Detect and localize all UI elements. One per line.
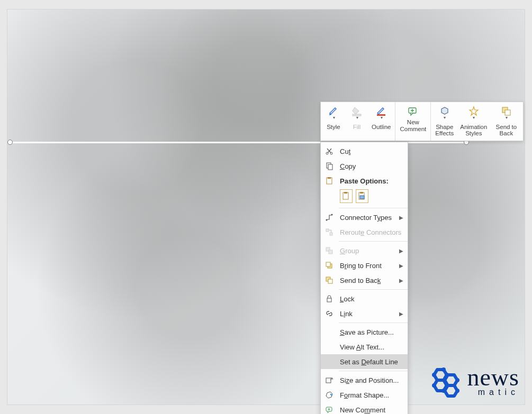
menu-link-label: Link bbox=[340, 310, 399, 318]
menu-save-as-picture[interactable]: Save as Picture... bbox=[321, 325, 408, 339]
group-icon bbox=[324, 245, 335, 256]
svg-rect-26 bbox=[327, 298, 331, 302]
paste-icon bbox=[324, 176, 335, 186]
send-to-back-toolbar-button[interactable]: ▾ Send to Back bbox=[490, 104, 522, 139]
format-shape-icon bbox=[324, 390, 335, 400]
shape-effects-button[interactable]: ▾ Shape Effects bbox=[432, 104, 457, 139]
paste-use-destination-theme[interactable] bbox=[340, 189, 353, 203]
menu-reroute-connectors: Reroute Connectors bbox=[321, 225, 408, 240]
cut-icon bbox=[324, 146, 335, 157]
chevron-right-icon: ▶ bbox=[399, 248, 403, 254]
svg-rect-8 bbox=[328, 164, 332, 170]
menu-link[interactable]: Link ▶ bbox=[321, 306, 408, 321]
chevron-right-icon: ▶ bbox=[399, 215, 403, 220]
menu-size-and-position-label: Size and Position... bbox=[340, 376, 403, 384]
send-to-back-toolbar-label: Send to Back bbox=[496, 124, 517, 137]
menu-bring-to-front-label: Bring to Front bbox=[340, 262, 399, 270]
mini-toolbar: ▾ Style ▾ Fill ▾ Outline New Comment bbox=[320, 102, 524, 141]
shape-effects-label: Shape Effects bbox=[435, 124, 454, 137]
svg-rect-27 bbox=[326, 378, 331, 383]
svg-rect-10 bbox=[328, 177, 331, 179]
menu-send-to-back-label: Send to Back bbox=[340, 277, 399, 284]
menu-bring-to-front[interactable]: Bring to Front ▶ bbox=[321, 258, 408, 273]
menu-view-alt-text[interactable]: View Alt Text... bbox=[321, 339, 408, 354]
new-comment-label: New Comment bbox=[400, 119, 426, 132]
menu-connector-types-label: Connector Types bbox=[340, 214, 399, 222]
new-comment-menu-icon bbox=[324, 404, 335, 414]
menu-connector-types[interactable]: Connector Types ▶ bbox=[321, 210, 408, 225]
chevron-right-icon: ▶ bbox=[399, 311, 403, 317]
bring-to-front-icon bbox=[324, 260, 335, 271]
menu-separator bbox=[339, 323, 408, 323]
reroute-connectors-icon bbox=[324, 227, 335, 237]
style-label: Style bbox=[327, 124, 340, 131]
svg-rect-15 bbox=[360, 196, 364, 199]
menu-send-to-back[interactable]: Send to Back ▶ bbox=[321, 273, 408, 288]
menu-set-as-default-line[interactable]: Set as Default Line bbox=[321, 354, 408, 369]
chevron-right-icon: ▶ bbox=[399, 263, 403, 269]
animation-styles-label: Animation Styles bbox=[460, 124, 487, 137]
svg-rect-4 bbox=[505, 110, 510, 115]
animation-styles-button[interactable]: ▾ Animation Styles bbox=[457, 104, 490, 139]
new-comment-button[interactable]: New Comment bbox=[396, 104, 429, 139]
menu-cut[interactable]: Cut bbox=[321, 144, 408, 159]
menu-set-as-default-line-label: Set as Default Line bbox=[340, 358, 403, 366]
outline-button[interactable]: ▾ Outline bbox=[368, 104, 394, 139]
menu-reroute-connectors-label: Reroute Connectors bbox=[340, 228, 403, 236]
menu-paste-options-label: Paste Options: bbox=[340, 177, 403, 185]
chevron-right-icon: ▶ bbox=[399, 278, 403, 283]
paste-options-row bbox=[321, 188, 408, 206]
outline-label: Outline bbox=[372, 124, 391, 131]
svg-rect-14 bbox=[360, 192, 363, 194]
menu-lock-label: Lock bbox=[340, 295, 403, 303]
menu-view-alt-text-label: View Alt Text... bbox=[340, 343, 403, 351]
context-menu: Cut Copy Paste Options: Connector Types … bbox=[320, 142, 408, 414]
connector-types-icon bbox=[324, 212, 335, 223]
menu-separator bbox=[339, 241, 408, 242]
menu-lock[interactable]: Lock bbox=[321, 291, 408, 306]
paste-picture[interactable] bbox=[356, 189, 368, 203]
send-to-back-menu-icon bbox=[324, 275, 335, 286]
svg-rect-21 bbox=[329, 250, 332, 254]
svg-rect-25 bbox=[328, 279, 332, 283]
slide-canvas[interactable] bbox=[7, 10, 525, 404]
menu-new-comment[interactable]: New Comment bbox=[321, 402, 408, 414]
menu-save-as-picture-label: Save as Picture... bbox=[340, 328, 403, 336]
svg-rect-19 bbox=[330, 233, 332, 235]
svg-rect-12 bbox=[344, 192, 347, 194]
copy-icon bbox=[324, 161, 335, 171]
menu-separator bbox=[339, 208, 408, 208]
size-position-icon bbox=[324, 375, 335, 385]
style-button[interactable]: ▾ Style bbox=[322, 104, 345, 139]
new-comment-icon bbox=[407, 105, 419, 117]
line-handle-left[interactable] bbox=[7, 140, 13, 145]
menu-group-label: Group bbox=[340, 247, 399, 255]
menu-copy[interactable]: Copy bbox=[321, 159, 408, 173]
menu-cut-label: Cut bbox=[340, 148, 403, 155]
menu-copy-label: Copy bbox=[340, 162, 403, 170]
menu-separator bbox=[339, 371, 408, 371]
menu-format-shape-label: Format Shape... bbox=[340, 391, 403, 399]
svg-rect-18 bbox=[326, 229, 329, 232]
menu-group: Group ▶ bbox=[321, 243, 408, 258]
fill-button[interactable]: ▾ Fill bbox=[345, 104, 368, 139]
menu-format-shape[interactable]: Format Shape... bbox=[321, 388, 408, 402]
fill-label: Fill bbox=[353, 124, 361, 131]
menu-paste-options-header: Paste Options: bbox=[321, 173, 408, 188]
menu-new-comment-label: New Comment bbox=[340, 406, 403, 414]
menu-separator bbox=[339, 289, 408, 290]
menu-size-and-position[interactable]: Size and Position... bbox=[321, 373, 408, 388]
link-icon bbox=[324, 308, 335, 319]
lock-icon bbox=[324, 293, 335, 304]
svg-rect-23 bbox=[326, 262, 330, 266]
